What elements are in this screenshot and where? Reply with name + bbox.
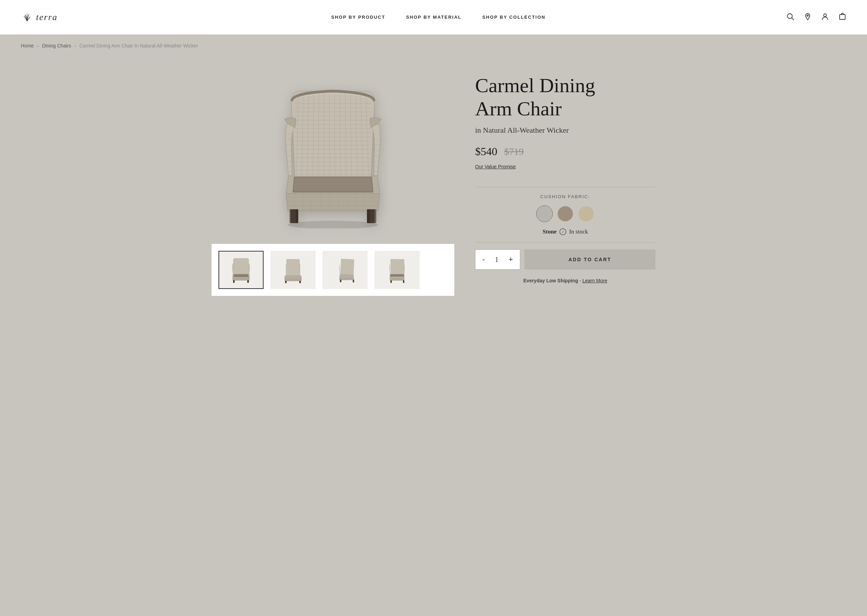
svg-rect-78: [391, 280, 392, 283]
svg-rect-74: [285, 281, 287, 283]
logo-grass-icon: [21, 11, 33, 24]
quantity-plus-button[interactable]: +: [507, 255, 514, 264]
in-stock-icon: ✓: [560, 228, 566, 235]
search-icon[interactable]: [787, 13, 794, 22]
quantity-value: 1: [495, 256, 498, 264]
svg-rect-70: [290, 209, 296, 223]
value-promise-link[interactable]: Our Value Promise: [475, 164, 516, 170]
color-swatches: [475, 206, 656, 222]
product-page: Carmel Dining Arm Chair in Natural All-W…: [191, 57, 676, 317]
thumbnail-row: [211, 244, 454, 296]
svg-rect-73: [247, 280, 249, 283]
breadcrumb-current: Carmel Dining Arm Chair In Natural All-W…: [79, 43, 198, 49]
location-icon[interactable]: [804, 13, 812, 22]
learn-more-link[interactable]: Learn More: [582, 278, 607, 283]
swatch-stone[interactable]: [537, 206, 552, 222]
logo[interactable]: terra: [21, 11, 62, 24]
nav-shop-by-collection[interactable]: SHOP BY COLLECTION: [482, 14, 545, 20]
svg-rect-72: [233, 280, 235, 283]
add-to-cart-button[interactable]: ADD TO CART: [524, 250, 656, 270]
add-to-cart-row: - 1 + ADD TO CART: [475, 250, 656, 270]
cart-icon[interactable]: [839, 13, 846, 22]
thumbnail-3[interactable]: [323, 251, 367, 289]
divider-1: [475, 187, 656, 187]
svg-rect-4: [840, 14, 845, 19]
product-info: Carmel Dining Arm Chair in Natural All-W…: [475, 64, 656, 296]
svg-rect-77: [353, 280, 354, 282]
svg-rect-71: [370, 209, 376, 223]
chair-svg: [263, 79, 402, 228]
price-row: $540 $719: [475, 145, 656, 158]
thumbnail-2[interactable]: [271, 251, 315, 289]
breadcrumb-sep-1: –: [36, 43, 39, 49]
quantity-control: - 1 +: [475, 250, 520, 270]
main-nav: SHOP BY PRODUCT SHOP BY MATERIAL SHOP BY…: [90, 14, 787, 20]
svg-rect-76: [340, 280, 341, 282]
cushion-fabric-label: CUSHION FABRIC:: [475, 194, 656, 199]
product-images: [211, 64, 454, 296]
nav-shop-by-material[interactable]: SHOP BY MATERIAL: [406, 14, 462, 20]
selected-swatch-name: Stone: [543, 228, 557, 235]
svg-point-3: [824, 14, 826, 17]
breadcrumb-sep-2: –: [74, 43, 77, 49]
chair-illustration: [211, 64, 454, 244]
quantity-minus-button[interactable]: -: [481, 255, 486, 264]
swatch-earth[interactable]: [558, 206, 573, 222]
swatch-sand[interactable]: [579, 206, 594, 222]
divider-2: [475, 242, 656, 242]
main-product-image: [211, 64, 454, 244]
in-stock-label: In stock: [569, 228, 588, 235]
header-icons: [787, 13, 846, 22]
svg-rect-79: [403, 280, 404, 283]
price-current: $540: [475, 145, 497, 158]
breadcrumb: Home – Dining Chairs – Carmel Dining Arm…: [0, 35, 867, 57]
site-header: terra SHOP BY PRODUCT SHOP BY MATERIAL S…: [0, 0, 867, 35]
breadcrumb-dining-chairs[interactable]: Dining Chairs: [42, 43, 71, 49]
nav-shop-by-product[interactable]: SHOP BY PRODUCT: [331, 14, 385, 20]
shipping-label: Everyday Low Shipping: [523, 278, 578, 283]
thumbnail-1[interactable]: [219, 251, 263, 289]
price-original: $719: [504, 146, 524, 157]
svg-point-5: [288, 221, 378, 228]
product-subtitle: in Natural All-Weather Wicker: [475, 126, 656, 135]
svg-rect-75: [299, 281, 301, 283]
account-icon[interactable]: [821, 13, 829, 22]
thumbnail-4[interactable]: [375, 251, 419, 289]
stock-status: Stone ✓ In stock: [475, 228, 656, 235]
shipping-note: Everyday Low Shipping - Learn More: [475, 278, 656, 283]
svg-point-0: [788, 14, 793, 19]
svg-line-1: [792, 18, 794, 20]
svg-point-2: [807, 15, 809, 16]
logo-text: terra: [36, 12, 58, 22]
product-title: Carmel Dining Arm Chair: [475, 74, 656, 120]
breadcrumb-home[interactable]: Home: [21, 43, 34, 49]
